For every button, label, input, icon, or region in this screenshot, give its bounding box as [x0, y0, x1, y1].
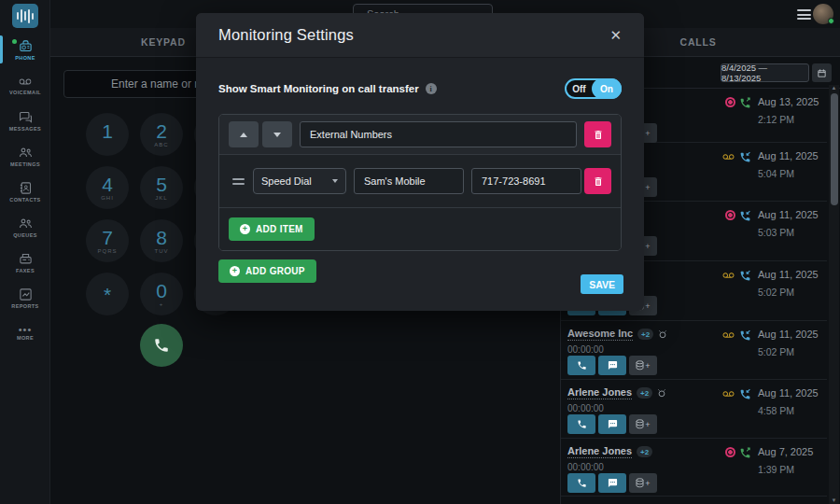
item-label-input[interactable]	[354, 168, 464, 194]
dial-key-8[interactable]: 8TUV	[140, 219, 183, 262]
call-row[interactable]: Awesome Inc +2 00:00:00 + Aug 11, 20255:…	[561, 321, 827, 380]
menu-icon[interactable]	[797, 9, 811, 20]
group-name-input[interactable]	[300, 121, 577, 147]
call-time: 5:02 PM	[758, 287, 819, 298]
recording-icon	[725, 97, 735, 107]
voicemail-icon	[721, 329, 735, 341]
database-add-button[interactable]: +	[629, 414, 657, 434]
item-number-input[interactable]	[471, 168, 581, 194]
call-date: Aug 11, 2025	[758, 209, 819, 220]
add-group-button[interactable]: + ADD GROUP	[218, 259, 316, 283]
call-row[interactable]: Arlene Jones +2 00:00:00 + Aug 7, 20251:…	[561, 439, 827, 497]
sidebar-item-more[interactable]: ••• MORE	[0, 315, 50, 351]
incoming-call-icon	[739, 388, 751, 400]
scroll-up-icon[interactable]: ▲	[829, 85, 839, 91]
avatar[interactable]	[813, 4, 833, 24]
incoming-call-icon	[739, 329, 751, 342]
message-button[interactable]	[598, 473, 626, 493]
tab-keypad[interactable]: KEYPAD	[131, 28, 196, 56]
sidebar-item-phone[interactable]: PHONE	[0, 32, 50, 67]
more-dots-icon: •••	[19, 326, 33, 333]
call-duration: 00:00:00	[567, 403, 604, 413]
item-type-value: Speed Dial	[261, 175, 312, 187]
sidebar-item-faxes[interactable]: FAXES	[0, 245, 50, 280]
drag-handle[interactable]	[232, 178, 245, 185]
call-time: 2:12 PM	[758, 114, 819, 125]
delete-item-button[interactable]	[584, 168, 611, 194]
info-icon[interactable]: i	[426, 83, 437, 94]
sidebar-item-label: MESSAGES	[9, 126, 41, 132]
group-header	[219, 115, 621, 154]
message-button[interactable]	[598, 356, 626, 375]
sidebar-item-meetings[interactable]: MEETINGS	[0, 138, 50, 174]
item-type-select[interactable]: Speed Dial	[253, 168, 346, 194]
toggle-off-label[interactable]: Off	[567, 84, 592, 94]
call-back-button[interactable]	[567, 414, 595, 434]
call-time: 5:03 PM	[758, 227, 819, 238]
scrollbar-thumb[interactable]	[831, 93, 838, 205]
dial-key-7[interactable]: 7PQRS	[86, 219, 129, 262]
phone-presence-dot	[12, 39, 17, 44]
call-back-button[interactable]	[567, 473, 595, 493]
tab-calls[interactable]: CALLS	[670, 28, 726, 56]
call-time: 1:39 PM	[758, 464, 819, 475]
toggle-on-label[interactable]: On	[592, 78, 622, 99]
delete-group-button[interactable]	[584, 121, 611, 147]
extra-count-badge: +2	[637, 446, 652, 457]
call-date: Aug 11, 2025	[758, 387, 819, 399]
dial-key-1[interactable]: 1	[86, 113, 129, 156]
call-back-button[interactable]	[567, 356, 595, 375]
outgoing-call-icon	[739, 447, 751, 459]
sidebar-item-label: VOICEMAIL	[9, 90, 41, 95]
dial-key-2[interactable]: 2ABC	[140, 113, 183, 156]
caller-name[interactable]: Arlene Jones	[567, 386, 632, 399]
desk-phone-icon	[19, 39, 33, 53]
monitor-icon	[657, 388, 666, 398]
monitoring-group: Speed Dial + ADD ITEM	[218, 114, 622, 251]
sidebar-item-contacts[interactable]: CONTACTS	[0, 174, 50, 209]
caller-name[interactable]: Arlene Jones	[567, 445, 632, 458]
voicemail-icon	[18, 76, 33, 88]
sidebar-item-reports[interactable]: REPORTS	[0, 280, 50, 315]
recording-icon	[725, 210, 735, 220]
sidebar-item-queues[interactable]: QUEUES	[0, 209, 50, 245]
sidebar-item-label: CONTACTS	[9, 197, 40, 203]
call-button[interactable]	[140, 324, 183, 367]
call-row[interactable]: Arlene Jones +2 00:00:00 + Aug 11, 20254…	[561, 380, 827, 439]
trash-icon	[593, 129, 604, 141]
close-icon[interactable]: ✕	[609, 28, 622, 42]
database-add-button[interactable]: +	[629, 356, 657, 375]
queues-icon	[19, 217, 33, 231]
voicemail-icon	[721, 388, 735, 399]
move-group-down-button[interactable]	[262, 121, 292, 147]
date-range-input[interactable]: 8/4/2025 — 8/13/2025	[721, 63, 809, 82]
dial-key-5[interactable]: 5JKL	[140, 166, 183, 209]
add-item-button[interactable]: + ADD ITEM	[229, 217, 315, 241]
outgoing-call-icon	[739, 97, 751, 109]
messages-icon	[19, 110, 33, 124]
scroll-down-icon[interactable]: ▼	[829, 497, 839, 503]
app-window: PHONE VOICEMAIL MESSAGES MEETINGS CONTAC…	[0, 0, 840, 504]
sidebar-item-voicemail[interactable]: VOICEMAIL	[0, 67, 50, 103]
call-time: 5:04 PM	[758, 168, 819, 179]
save-button[interactable]: SAVE	[581, 274, 623, 294]
smart-monitoring-toggle[interactable]: Off On	[565, 78, 622, 99]
caller-name[interactable]: Awesome Inc	[567, 328, 633, 341]
move-group-up-button[interactable]	[229, 121, 259, 147]
incoming-call-icon	[739, 270, 751, 282]
calendar-icon[interactable]	[812, 63, 832, 82]
fax-icon	[19, 252, 33, 266]
dial-key-4[interactable]: 4GHI	[86, 166, 129, 209]
message-button[interactable]	[598, 414, 626, 434]
phone-icon	[153, 337, 170, 354]
plus-icon: +	[240, 224, 250, 234]
sidebar-item-messages[interactable]: MESSAGES	[0, 103, 50, 138]
call-date: Aug 13, 2025	[758, 96, 819, 107]
chevron-down-icon	[332, 179, 338, 183]
scrollbar[interactable]: ▲ ▼	[829, 85, 839, 504]
dial-key-star[interactable]: *	[86, 273, 129, 315]
database-add-button[interactable]: +	[629, 473, 657, 493]
dial-key-0[interactable]: 0+	[140, 273, 183, 315]
modal-header: Monitoring Settings ✕	[196, 13, 644, 58]
app-logo-icon[interactable]	[12, 4, 38, 28]
